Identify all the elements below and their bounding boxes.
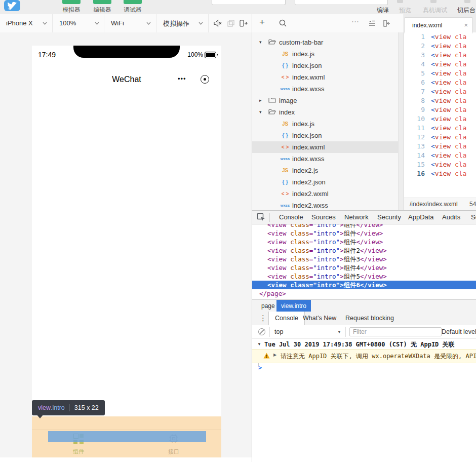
device-toolbar: iPhone X 100% WiFi 模拟操作 + xyxy=(0,14,476,33)
chevron-down-icon xyxy=(146,22,151,25)
list-item xyxy=(32,213,221,240)
mute-icon[interactable] xyxy=(213,19,222,28)
line-code: <view cla xyxy=(431,114,466,124)
console-filter-input[interactable] xyxy=(349,327,442,336)
close-tab-icon[interactable]: × xyxy=(464,21,468,29)
remote-debug-icon xyxy=(430,0,437,3)
inspect-element-icon[interactable] xyxy=(257,213,266,222)
file-tree-row[interactable]: JS { } < > wxss index.wxss xyxy=(252,83,404,95)
expand-toggle-icon[interactable]: ▼ xyxy=(257,340,261,349)
drawer-tab-whats-new[interactable]: What's New xyxy=(303,315,336,322)
file-tree-row[interactable]: JS { } < > wxss index2.wxss xyxy=(252,200,404,210)
compile-mode-dropdown-partial[interactable] xyxy=(295,0,388,5)
debugger-toggle-button[interactable]: 调试器 xyxy=(122,0,144,14)
file-name: custom-tab-bar xyxy=(279,36,323,48)
element-node[interactable]: <view class="intro">组件4</view> xyxy=(252,263,476,272)
compile-button[interactable]: 编译 xyxy=(377,6,389,15)
divider xyxy=(269,213,270,222)
breadcrumb-page[interactable]: page xyxy=(257,300,279,312)
kebab-menu-icon[interactable]: ⋮ xyxy=(259,314,267,323)
preview-button[interactable]: 预览 xyxy=(399,6,411,15)
screenshot-icon[interactable] xyxy=(227,20,234,27)
context-select[interactable]: top xyxy=(274,328,283,335)
tree-arrow-icon[interactable]: ▸ xyxy=(259,95,266,106)
element-node[interactable]: <view class="intro">组件3</view> xyxy=(252,255,476,263)
elements-breadcrumb: page view.intro xyxy=(252,299,476,312)
tree-arrow-icon[interactable]: ▾ xyxy=(259,36,266,48)
tooltip-tag: view xyxy=(38,404,51,411)
search-icon[interactable] xyxy=(279,19,287,27)
tab-sources[interactable]: Sources xyxy=(311,213,336,221)
file-tree-row[interactable]: JS { } < > wxss index2.js xyxy=(252,165,404,176)
console-warning-message: ▶ 请注意无 AppID 关联下, 调用 wx.operateWXData 是受… xyxy=(252,349,476,363)
zoom-select[interactable]: 100% xyxy=(59,19,76,27)
file-tree-row[interactable]: JS { } < > wxss index.wxml xyxy=(252,141,404,153)
element-node[interactable]: <view class="intro">组件</view> xyxy=(252,238,476,246)
tab-audits[interactable]: Audits xyxy=(442,213,460,221)
more-options-icon[interactable]: ··· xyxy=(351,17,359,25)
simulate-actions-select[interactable]: 模拟操作 xyxy=(163,19,189,28)
tab-index-wxml[interactable]: index.wxml × xyxy=(405,17,472,33)
file-tree-row[interactable]: ▸ JS { } < > wxss image xyxy=(252,95,404,106)
editor-line: 3 <view cla xyxy=(404,51,476,60)
log-levels-select[interactable]: Default levels xyxy=(442,328,476,335)
file-tree-row[interactable]: ▾ JS { } < > wxss custom-tab-bar xyxy=(252,36,404,48)
line-code: <view cla xyxy=(431,124,466,133)
element-node[interactable]: <view class="intro">组件</view> xyxy=(252,224,476,229)
file-tree-row[interactable]: JS { } < > wxss index2.json xyxy=(252,176,404,188)
tab-network[interactable]: Network xyxy=(344,213,369,221)
explorer-scrollbar[interactable] xyxy=(398,32,404,210)
tab-sensor-clipped[interactable]: Se xyxy=(471,213,476,221)
file-tree-row[interactable]: JS { } < > wxss index.json xyxy=(252,130,404,141)
context-chevron-icon: ▼ xyxy=(337,330,341,334)
mode-dropdown-partial[interactable] xyxy=(212,0,286,5)
device-select[interactable]: iPhone X xyxy=(6,19,33,27)
sort-list-icon[interactable] xyxy=(368,20,376,26)
file-tree-row[interactable]: JS { } < > wxss index.wxml xyxy=(252,71,404,83)
chevron-down-icon xyxy=(199,22,203,25)
element-node[interactable]: <view class="intro">组件2</view> xyxy=(252,246,476,255)
expand-toggle-icon[interactable]: ▶ xyxy=(273,353,276,357)
editor-toggle-button[interactable]: 编辑器 xyxy=(91,0,113,14)
breadcrumb-view-intro[interactable]: view.intro xyxy=(276,300,311,312)
app-logo-icon[interactable] xyxy=(4,0,20,11)
element-node[interactable]: <view class="intro">组件5</view> xyxy=(252,272,476,281)
element-node[interactable]: </page> xyxy=(252,289,476,298)
rotate-device-icon[interactable] xyxy=(239,19,248,28)
tab-console[interactable]: Console xyxy=(279,213,303,221)
top-toolbar: 模拟器 编辑器 调试器 编译 预览 真机调试 切后台 xyxy=(0,0,476,15)
to-background-button[interactable]: 切后台 xyxy=(457,6,475,15)
collapse-panel-icon[interactable] xyxy=(383,20,391,27)
new-file-button[interactable]: + xyxy=(259,17,265,28)
element-node[interactable]: <view class="intro">组件6</view> xyxy=(252,281,476,289)
file-tree-row[interactable]: JS { } < > wxss index2.wxml xyxy=(252,188,404,200)
remote-debug-button[interactable]: 真机调试 xyxy=(423,6,447,15)
panel-divider[interactable] xyxy=(404,14,404,210)
file-tree-row[interactable]: ▾ JS { } < > wxss index xyxy=(252,106,404,118)
tree-arrow-icon[interactable]: ▾ xyxy=(259,106,266,118)
element-node[interactable]: <view class="intro">组件</view> xyxy=(252,229,476,238)
clear-console-icon[interactable] xyxy=(258,328,265,335)
list-item xyxy=(32,345,221,371)
file-tree-row[interactable]: JS { } < > wxss index.json xyxy=(252,60,404,71)
simulator-toggle-button[interactable]: 模拟器 xyxy=(60,0,83,14)
file-tree-row[interactable]: JS { } < > wxss index.wxss xyxy=(252,153,404,165)
tab-security[interactable]: Security xyxy=(377,213,401,221)
list-item xyxy=(32,266,221,292)
file-tree-row[interactable]: JS { } < > wxss index.js xyxy=(252,118,404,130)
console-filter-bar: top ▼ Default levels xyxy=(252,325,476,339)
console-prompt-chevron[interactable]: > xyxy=(258,364,262,371)
code-editor[interactable]: 1 <view cla 2 <view cla 3 <view cla 4 <v… xyxy=(404,32,476,198)
elements-tree: <view class="intro">组件</view><view class… xyxy=(252,224,476,299)
drawer-tab-console[interactable]: Console xyxy=(268,312,305,325)
line-number: 6 xyxy=(404,78,431,87)
line-code: <view cla xyxy=(431,87,466,96)
network-select[interactable]: WiFi xyxy=(111,19,124,27)
panel-divider[interactable] xyxy=(252,14,252,462)
editor-line: 4 <view cla xyxy=(404,60,476,69)
file-tree-row[interactable]: JS { } < > wxss index.js xyxy=(252,48,404,60)
tab-appdata[interactable]: AppData xyxy=(408,213,434,221)
drawer-tab-request-blocking[interactable]: Request blocking xyxy=(345,315,394,322)
divider xyxy=(345,327,346,337)
warning-icon xyxy=(263,353,270,359)
